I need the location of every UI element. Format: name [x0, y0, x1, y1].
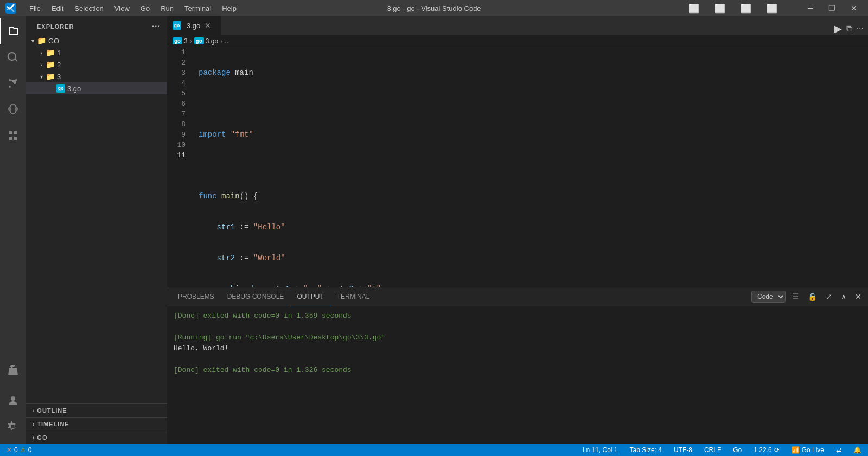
- panel-toolbar: Code ☰ 🔒 ⤢ ∧ ✕: [751, 290, 864, 303]
- title-bar: File Edit Selection View Go Run Terminal…: [0, 0, 868, 16]
- chevron-right-icon: ›: [37, 48, 46, 57]
- warning-count: 0: [28, 446, 32, 454]
- minimize-button[interactable]: ─: [802, 2, 819, 15]
- fn-main: main: [221, 191, 240, 202]
- activity-bar-bottom: [0, 357, 26, 444]
- menu-edit[interactable]: Edit: [47, 3, 68, 14]
- outline-header[interactable]: › OUTLINE: [26, 404, 167, 417]
- code-line-7: str2 := "World": [199, 253, 861, 264]
- close-button[interactable]: ✕: [845, 2, 863, 15]
- status-tab-size[interactable]: Tab Size: 4: [628, 444, 664, 456]
- customize-layout-icon[interactable]: ⬜: [761, 1, 783, 16]
- tree-item-3[interactable]: ▾ 📁 3: [26, 70, 167, 82]
- code-editor[interactable]: 1 2 3 4 5 6 7 8 9 10 11 package main: [167, 47, 868, 287]
- open-external-icon[interactable]: ⤢: [824, 290, 834, 303]
- code-area[interactable]: package main import "fmt" func main() { …: [194, 47, 861, 287]
- sidebar-title: Explorer: [37, 23, 74, 30]
- lock-output-icon[interactable]: 🔒: [806, 290, 819, 303]
- line-num-1: 1: [171, 47, 186, 57]
- go-section-label: GO: [37, 434, 47, 441]
- breadcrumb-part-2[interactable]: go 3.go: [194, 37, 218, 45]
- maximize-panel-icon[interactable]: ∧: [839, 290, 848, 303]
- status-go-live[interactable]: 📶 Go Live: [789, 444, 826, 456]
- activity-bar-settings[interactable]: [0, 414, 26, 440]
- output-line-1: [Done] exited with code=0 in 1.359 secon…: [174, 311, 861, 322]
- activity-bar-extensions[interactable]: [0, 123, 26, 149]
- activity-bar-test[interactable]: [0, 357, 26, 383]
- tree-item-3go[interactable]: › go 3.go: [26, 82, 167, 94]
- status-language[interactable]: Go: [731, 444, 744, 456]
- breadcrumb-sep-2: ›: [220, 37, 222, 45]
- status-line-ending[interactable]: CRLF: [702, 444, 723, 456]
- title-bar-left: File Edit Selection View Go Run Terminal…: [5, 3, 241, 14]
- menu-file[interactable]: File: [25, 3, 45, 14]
- menu-selection[interactable]: Selection: [70, 3, 107, 14]
- split-editor-button[interactable]: ⧉: [846, 24, 852, 34]
- activity-bar-search[interactable]: [0, 44, 26, 70]
- run-code-button[interactable]: ▶: [834, 23, 842, 35]
- folder-icon: 📁: [37, 36, 46, 45]
- status-remote[interactable]: ⇄: [834, 444, 844, 456]
- outline-chevron-icon: ›: [33, 408, 35, 414]
- menu-help[interactable]: Help: [218, 3, 241, 14]
- tab-3go[interactable]: go 3.go ✕: [167, 16, 221, 35]
- menu-terminal[interactable]: Terminal: [180, 3, 215, 14]
- toggle-primary-sidebar-icon[interactable]: ⬜: [683, 1, 705, 16]
- panel-tab-debug-console[interactable]: DEBUG CONSOLE: [221, 287, 291, 306]
- position-label: Ln 11, Col 1: [583, 446, 618, 454]
- timeline-header[interactable]: › TIMELINE: [26, 418, 167, 431]
- window-title: 3.go - go - Visual Studio Code: [387, 4, 481, 12]
- activity-bar-source-control[interactable]: [0, 70, 26, 97]
- outline-label: OUTLINE: [37, 407, 67, 414]
- clear-output-icon[interactable]: ☰: [790, 290, 801, 303]
- keyword-package: package: [199, 68, 231, 78]
- settings-icon: [7, 420, 20, 433]
- breadcrumb: go 3 › go 3.go › ...: [167, 35, 868, 47]
- panel-tab-output[interactable]: OUTPUT: [290, 287, 330, 306]
- menu-run[interactable]: Run: [156, 3, 178, 14]
- close-panel-icon[interactable]: ✕: [853, 290, 864, 303]
- tree-item-2[interactable]: › 📁 2: [26, 59, 167, 70]
- status-position[interactable]: Ln 11, Col 1: [580, 444, 620, 456]
- toggle-panel-icon[interactable]: ⬜: [709, 1, 731, 16]
- line-ending-label: CRLF: [704, 446, 721, 454]
- error-icon: ✕: [7, 446, 12, 454]
- more-actions-button[interactable]: ···: [857, 24, 864, 34]
- tree-item-1[interactable]: › 📁 1: [26, 47, 167, 59]
- restore-button[interactable]: ❐: [823, 2, 841, 15]
- breadcrumb-part-3[interactable]: ...: [225, 37, 230, 45]
- menu-go[interactable]: Go: [136, 3, 154, 14]
- wifi-icon: 📶: [792, 446, 800, 454]
- editor-scrollbar[interactable]: [861, 47, 868, 287]
- output-line-3: [Running] go run "c:\Users\User\Desktop\…: [174, 332, 861, 343]
- code-line-6: str1 := "Hello": [199, 222, 861, 233]
- panel: PROBLEMS DEBUG CONSOLE OUTPUT TERMINAL C…: [167, 287, 868, 444]
- menu-view[interactable]: View: [110, 3, 134, 14]
- output-line-4: Hello, World!: [174, 343, 861, 354]
- breadcrumb-part-1[interactable]: go 3: [173, 37, 188, 45]
- more-options-icon[interactable]: ···: [152, 22, 161, 31]
- activity-bar-explorer[interactable]: [0, 18, 26, 44]
- status-bar-right: Ln 11, Col 1 Tab Size: 4 UTF-8 CRLF Go 1…: [580, 444, 864, 456]
- status-errors[interactable]: ✕ 0 ⚠ 0: [4, 444, 34, 456]
- tab-go-icon: go: [173, 21, 181, 30]
- tab-close-button[interactable]: ✕: [203, 20, 212, 31]
- tree-root-go[interactable]: ▾ 📁 GO: [26, 35, 167, 47]
- editor-area: go 3.go ✕ ▶ ⧉ ··· go 3 › go 3.go › ...: [167, 16, 868, 444]
- toggle-secondary-sidebar-icon[interactable]: ⬜: [735, 1, 757, 16]
- status-go-version[interactable]: 1.22.6 ⟳: [751, 444, 781, 456]
- panel-output-content: [Done] exited with code=0 in 1.359 secon…: [167, 306, 868, 444]
- panel-tab-problems[interactable]: PROBLEMS: [171, 287, 221, 306]
- status-bar-left: ✕ 0 ⚠ 0: [4, 444, 34, 456]
- error-count: 0: [14, 446, 18, 454]
- go-section-header[interactable]: › GO: [26, 431, 167, 444]
- code-line-2: [199, 99, 861, 109]
- output-source-select[interactable]: Code: [751, 291, 786, 303]
- status-notifications[interactable]: 🔔: [851, 444, 864, 456]
- activity-bar-account[interactable]: [0, 388, 26, 414]
- panel-tab-terminal[interactable]: TERMINAL: [330, 287, 376, 306]
- activity-bar-debug[interactable]: [0, 97, 26, 123]
- line-num-2: 2: [171, 57, 186, 68]
- status-encoding[interactable]: UTF-8: [672, 444, 694, 456]
- var-str1: str1: [217, 222, 235, 233]
